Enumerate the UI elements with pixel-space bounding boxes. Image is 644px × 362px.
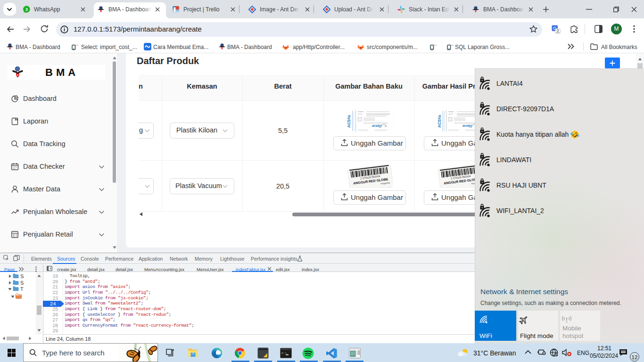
- svg-text:ACS№: ACS№: [437, 115, 442, 128]
- svg-text:ACS№: ACS№: [347, 115, 351, 128]
- svg-text:C:\_: C:\_: [281, 352, 289, 355]
- svg-text:acsdyj: acsdyj: [372, 124, 381, 128]
- svg-text:<>: <>: [450, 44, 454, 47]
- svg-text:<>: <>: [433, 44, 437, 47]
- svg-text:文: 文: [556, 29, 560, 33]
- svg-text:<>: <>: [75, 44, 78, 47]
- svg-text:3: 3: [25, 7, 28, 12]
- svg-text:acsdyj: acsdyj: [462, 124, 472, 128]
